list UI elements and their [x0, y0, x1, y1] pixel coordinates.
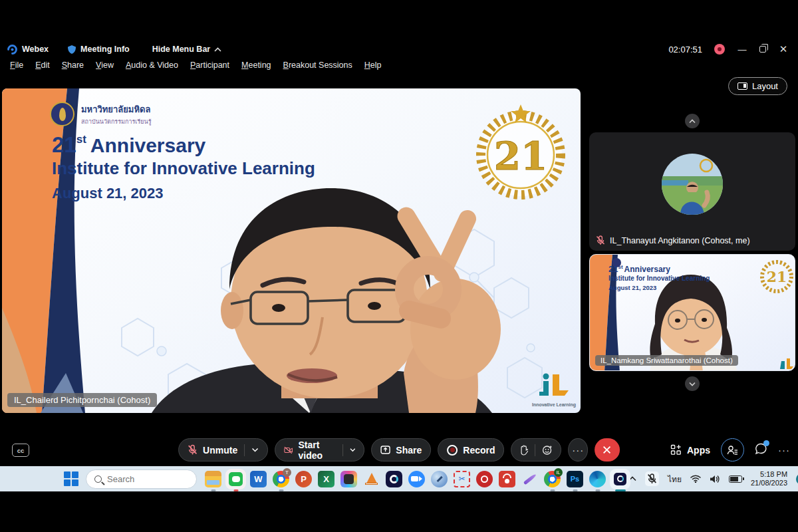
app-excel[interactable]: X — [318, 471, 334, 487]
chevron-down-icon[interactable] — [251, 448, 259, 452]
record-icon — [447, 445, 458, 456]
menu-participant[interactable]: Participant — [184, 61, 235, 70]
shield-icon — [67, 45, 76, 55]
participant-name: IL_Thanayut Angkitanon (Cohost, me) — [610, 236, 750, 245]
avatar-photo — [662, 154, 723, 215]
participant-tile-namkang[interactable]: 21 21stAnniversary Institute for Innovat… — [589, 254, 795, 371]
app-line[interactable] — [227, 471, 244, 487]
apps-button[interactable]: Apps — [670, 444, 710, 456]
start-video-button[interactable]: Start video — [275, 438, 364, 462]
webex-titlebar: Webex Meeting Info Hide Menu Bar 02:07:5… — [0, 40, 798, 59]
menu-share[interactable]: Share — [56, 61, 90, 70]
share-label: Share — [396, 445, 422, 456]
apps-grid-icon — [670, 444, 682, 456]
speaker-icon[interactable] — [710, 475, 720, 483]
app-screen-capture[interactable]: ✂ — [454, 471, 470, 487]
hide-menu-bar-button[interactable]: Hide Menu Bar — [152, 45, 222, 54]
minimize-button[interactable]: — — [737, 45, 747, 55]
meeting-info-button[interactable]: Meeting Info — [67, 45, 130, 55]
app-adobe-creative-cloud[interactable] — [340, 471, 357, 487]
menu-edit[interactable]: Edit — [29, 61, 56, 70]
raise-hand-icon[interactable] — [520, 445, 529, 456]
app-word[interactable]: W — [250, 471, 267, 487]
close-window-button[interactable]: ✕ — [778, 43, 789, 55]
meeting-info-label: Meeting Info — [80, 45, 130, 54]
app-chrome-il-profile[interactable]: IL — [544, 471, 561, 487]
app-powerpoint[interactable]: P — [295, 471, 312, 487]
participant-tile-thanayut[interactable]: IL_Thanayut Angkitanon (Cohost, me) — [589, 132, 795, 251]
record-label: Record — [463, 445, 495, 456]
app-title: Webex — [22, 45, 49, 54]
search-input[interactable] — [107, 474, 180, 484]
panel-controls: Apps ··· — [670, 438, 790, 462]
svg-text:21: 21 — [767, 268, 787, 285]
desktop: Webex Meeting Info Hide Menu Bar 02:07:5… — [0, 0, 798, 532]
leave-meeting-button[interactable] — [595, 438, 620, 462]
menu-meeting[interactable]: Meeting — [235, 61, 277, 70]
presenter-person — [2, 88, 581, 413]
app-chrome-profile[interactable]: T — [273, 471, 289, 487]
chrome-il-badge: IL — [554, 468, 563, 477]
menu-bar: File Edit Share View Audio & Video Parti… — [0, 59, 598, 72]
more-options-label: ··· — [572, 444, 584, 456]
layout-button[interactable]: Layout — [728, 77, 787, 95]
chevron-down-icon — [689, 382, 696, 386]
app-stylus-pen[interactable] — [521, 471, 538, 487]
main-speaker-video[interactable]: มหาวิทยาลัยมหิดล สถาบันนวัตกรรมการเรียนร… — [2, 88, 581, 413]
restore-window-button[interactable] — [759, 46, 766, 53]
chevron-up-icon — [689, 119, 696, 124]
app-edge[interactable] — [589, 471, 606, 487]
reactions-smiley-icon[interactable] — [543, 445, 553, 456]
app-webex-active[interactable] — [612, 471, 628, 487]
app-file-explorer[interactable] — [205, 471, 221, 487]
participant-name-badge: IL_Namkang Sriwattanarothai (Cohost) — [595, 355, 738, 366]
center-controls: Unmute Start video — [178, 438, 620, 462]
clock-date: 21/08/2023 — [751, 479, 787, 487]
hide-menu-bar-label: Hide Menu Bar — [152, 45, 211, 54]
filmstrip-scroll-up-button[interactable] — [685, 114, 700, 128]
clock-time: 5:18 PM — [751, 470, 787, 479]
app-webex[interactable] — [386, 471, 402, 487]
more-panels-button[interactable]: ··· — [778, 444, 790, 456]
menu-breakout-sessions[interactable]: Breakout Sessions — [277, 61, 358, 70]
taskbar-clock[interactable]: 5:18 PM 21/08/2023 — [751, 470, 787, 487]
record-button[interactable]: Record — [438, 438, 504, 462]
taskbar-app-icons: W T P X ✂ IL Ps — [205, 471, 628, 487]
il-logo: Innovative Learning — [531, 373, 577, 407]
camera-off-icon — [284, 446, 293, 455]
close-x-icon — [602, 446, 611, 454]
participant-label-row: IL_Thanayut Angkitanon (Cohost, me) — [596, 235, 750, 245]
tray-mic-muted-icon[interactable] — [645, 471, 659, 486]
filmstrip-scroll-down-button[interactable] — [685, 376, 700, 391]
windows-start-button[interactable] — [64, 471, 78, 486]
unmute-button[interactable]: Unmute — [178, 438, 268, 462]
menu-file[interactable]: File — [4, 61, 29, 70]
taskbar-search[interactable] — [86, 469, 197, 489]
participants-panel-button[interactable] — [721, 438, 744, 462]
menu-audio-video[interactable]: Audio & Video — [120, 61, 184, 70]
app-vlc[interactable] — [363, 471, 380, 487]
app-drawing-tool[interactable] — [431, 471, 448, 487]
layout-grid-icon — [737, 82, 747, 90]
app-photoshop[interactable]: Ps — [567, 471, 583, 487]
more-options-button[interactable]: ··· — [569, 438, 588, 462]
menu-view[interactable]: View — [90, 61, 120, 70]
language-indicator[interactable]: ไทย — [668, 473, 682, 485]
cc-label: cc — [17, 447, 25, 454]
speaker-name-badge: IL_Chailerd Pichitpornchai (Cohost) — [7, 393, 157, 407]
windows-taskbar: W T P X ✂ IL Ps — [0, 466, 798, 491]
menu-help[interactable]: Help — [358, 61, 388, 70]
tray-chevron-up-icon[interactable] — [628, 476, 636, 481]
app-zoom[interactable] — [408, 471, 425, 487]
chevron-down-icon[interactable] — [350, 448, 356, 452]
app-screen-recorder[interactable] — [476, 471, 493, 487]
il-logo-caption: Innovative Learning — [531, 402, 577, 407]
closed-captions-button[interactable]: cc — [12, 444, 29, 457]
recording-indicator-icon[interactable] — [714, 44, 725, 55]
system-tray: ไทย 5:18 PM 21/08/2023 1 — [628, 470, 798, 487]
chat-panel-button[interactable] — [755, 443, 767, 458]
share-button[interactable]: Share — [371, 438, 431, 462]
app-broadcast-tool[interactable] — [499, 471, 515, 487]
battery-icon[interactable] — [729, 475, 742, 483]
wifi-icon[interactable] — [690, 475, 701, 483]
